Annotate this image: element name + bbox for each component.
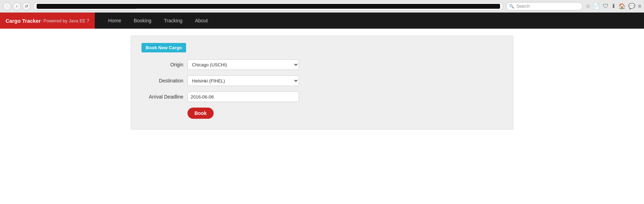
bookmark-icon[interactable]: ☆: [585, 3, 590, 9]
pocket-icon[interactable]: 🛡: [603, 3, 608, 9]
nav-link-booking[interactable]: Booking: [128, 13, 158, 29]
app-wrapper: Cargo Tracker - Powered by Java EE 7 Hom…: [0, 13, 644, 204]
page-content: Book New Cargo Origin Chicago (USCHI) Ha…: [0, 29, 644, 137]
browser-icons: ☆ 📄 🛡 ⬇ 🏠 💬 ≡: [585, 3, 641, 9]
search-placeholder: Search: [516, 4, 530, 9]
search-bar[interactable]: 🔍 Search: [506, 2, 583, 10]
navbar-links: Home Booking Tracking About: [102, 13, 214, 29]
download-icon[interactable]: ⬇: [611, 3, 616, 9]
origin-group: Origin Chicago (USCHI) Hamburg (DEHAM) H…: [141, 59, 503, 70]
address-text: ████████████████████████████████████: [37, 4, 500, 9]
navbar-brand: Cargo Tracker - Powered by Java EE 7: [0, 13, 95, 29]
search-icon: 🔍: [509, 4, 514, 9]
reader-icon[interactable]: 📄: [593, 3, 600, 9]
address-bar[interactable]: ████████████████████████████████████: [33, 2, 503, 10]
origin-select[interactable]: Chicago (USCHI) Hamburg (DEHAM) Hongkong…: [187, 59, 299, 70]
reload-button[interactable]: ↺: [22, 2, 31, 10]
forward-button[interactable]: ›: [13, 2, 21, 10]
content-panel: Book New Cargo Origin Chicago (USCHI) Ha…: [131, 36, 513, 130]
book-button-row: Book: [141, 108, 503, 119]
browser-chrome: ‹ › ↺ ██████████████████████████████████…: [0, 0, 644, 13]
book-new-cargo-button[interactable]: Book New Cargo: [141, 43, 186, 52]
destination-label: Destination: [141, 78, 183, 83]
deadline-input[interactable]: [187, 92, 299, 102]
book-button[interactable]: Book: [187, 108, 214, 119]
brand-name: Cargo Tracker: [6, 18, 41, 24]
navbar: Cargo Tracker - Powered by Java EE 7 Hom…: [0, 13, 644, 29]
brand-suffix: - Powered by Java EE 7: [41, 18, 89, 23]
menu-icon[interactable]: ≡: [638, 3, 641, 9]
sync-icon[interactable]: 💬: [628, 3, 635, 9]
nav-buttons: ‹ › ↺: [3, 2, 31, 10]
back-button[interactable]: ‹: [3, 2, 11, 10]
home-icon[interactable]: 🏠: [619, 3, 626, 9]
nav-link-tracking[interactable]: Tracking: [158, 13, 189, 29]
nav-link-home[interactable]: Home: [102, 13, 127, 29]
destination-select[interactable]: Chicago (USCHI) Hamburg (DEHAM) Helsinki…: [187, 75, 299, 86]
back-icon: ‹: [6, 4, 8, 9]
deadline-group: Arrival Deadline: [141, 92, 503, 102]
destination-group: Destination Chicago (USCHI) Hamburg (DEH…: [141, 75, 503, 86]
origin-label: Origin: [141, 62, 183, 67]
reload-icon: ↺: [25, 4, 28, 9]
nav-link-about[interactable]: About: [189, 13, 214, 29]
deadline-label: Arrival Deadline: [141, 94, 183, 100]
forward-icon: ›: [16, 4, 17, 9]
